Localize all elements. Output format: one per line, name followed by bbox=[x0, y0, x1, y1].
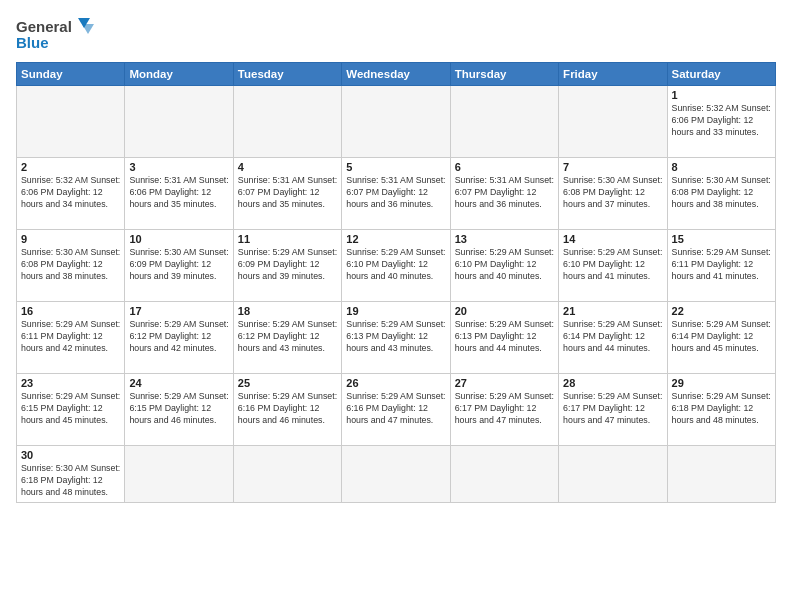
calendar-cell bbox=[125, 446, 233, 503]
day-info: Sunrise: 5:29 AM Sunset: 6:14 PM Dayligh… bbox=[563, 319, 662, 355]
day-number: 26 bbox=[346, 377, 445, 389]
calendar-cell: 29Sunrise: 5:29 AM Sunset: 6:18 PM Dayli… bbox=[667, 374, 775, 446]
day-number: 12 bbox=[346, 233, 445, 245]
logo: GeneralBlue bbox=[16, 16, 96, 52]
day-info: Sunrise: 5:29 AM Sunset: 6:16 PM Dayligh… bbox=[346, 391, 445, 427]
day-number: 20 bbox=[455, 305, 554, 317]
day-number: 28 bbox=[563, 377, 662, 389]
week-row-5: 23Sunrise: 5:29 AM Sunset: 6:15 PM Dayli… bbox=[17, 374, 776, 446]
day-number: 17 bbox=[129, 305, 228, 317]
calendar-cell: 9Sunrise: 5:30 AM Sunset: 6:08 PM Daylig… bbox=[17, 230, 125, 302]
weekday-header-wednesday: Wednesday bbox=[342, 63, 450, 86]
day-info: Sunrise: 5:29 AM Sunset: 6:10 PM Dayligh… bbox=[346, 247, 445, 283]
calendar-cell: 10Sunrise: 5:30 AM Sunset: 6:09 PM Dayli… bbox=[125, 230, 233, 302]
calendar-cell: 4Sunrise: 5:31 AM Sunset: 6:07 PM Daylig… bbox=[233, 158, 341, 230]
day-info: Sunrise: 5:29 AM Sunset: 6:14 PM Dayligh… bbox=[672, 319, 771, 355]
calendar-cell: 28Sunrise: 5:29 AM Sunset: 6:17 PM Dayli… bbox=[559, 374, 667, 446]
calendar-cell: 11Sunrise: 5:29 AM Sunset: 6:09 PM Dayli… bbox=[233, 230, 341, 302]
day-info: Sunrise: 5:29 AM Sunset: 6:13 PM Dayligh… bbox=[346, 319, 445, 355]
week-row-2: 2Sunrise: 5:32 AM Sunset: 6:06 PM Daylig… bbox=[17, 158, 776, 230]
day-number: 24 bbox=[129, 377, 228, 389]
svg-marker-3 bbox=[82, 24, 94, 34]
calendar-cell: 23Sunrise: 5:29 AM Sunset: 6:15 PM Dayli… bbox=[17, 374, 125, 446]
calendar-cell: 1Sunrise: 5:32 AM Sunset: 6:06 PM Daylig… bbox=[667, 86, 775, 158]
weekday-header-saturday: Saturday bbox=[667, 63, 775, 86]
week-row-1: 1Sunrise: 5:32 AM Sunset: 6:06 PM Daylig… bbox=[17, 86, 776, 158]
calendar-body: 1Sunrise: 5:32 AM Sunset: 6:06 PM Daylig… bbox=[17, 86, 776, 503]
weekday-header-friday: Friday bbox=[559, 63, 667, 86]
day-info: Sunrise: 5:31 AM Sunset: 6:07 PM Dayligh… bbox=[455, 175, 554, 211]
day-info: Sunrise: 5:29 AM Sunset: 6:12 PM Dayligh… bbox=[129, 319, 228, 355]
day-number: 9 bbox=[21, 233, 120, 245]
day-number: 27 bbox=[455, 377, 554, 389]
calendar-cell: 18Sunrise: 5:29 AM Sunset: 6:12 PM Dayli… bbox=[233, 302, 341, 374]
day-number: 8 bbox=[672, 161, 771, 173]
day-number: 1 bbox=[672, 89, 771, 101]
day-info: Sunrise: 5:32 AM Sunset: 6:06 PM Dayligh… bbox=[21, 175, 120, 211]
calendar-cell: 12Sunrise: 5:29 AM Sunset: 6:10 PM Dayli… bbox=[342, 230, 450, 302]
calendar-cell: 14Sunrise: 5:29 AM Sunset: 6:10 PM Dayli… bbox=[559, 230, 667, 302]
day-info: Sunrise: 5:29 AM Sunset: 6:11 PM Dayligh… bbox=[672, 247, 771, 283]
calendar-cell bbox=[559, 86, 667, 158]
calendar-cell: 20Sunrise: 5:29 AM Sunset: 6:13 PM Dayli… bbox=[450, 302, 558, 374]
calendar-table: SundayMondayTuesdayWednesdayThursdayFrid… bbox=[16, 62, 776, 503]
day-number: 13 bbox=[455, 233, 554, 245]
weekday-header-thursday: Thursday bbox=[450, 63, 558, 86]
weekday-header-tuesday: Tuesday bbox=[233, 63, 341, 86]
general-blue-icon: GeneralBlue bbox=[16, 16, 96, 52]
day-info: Sunrise: 5:29 AM Sunset: 6:10 PM Dayligh… bbox=[563, 247, 662, 283]
weekday-header-row: SundayMondayTuesdayWednesdayThursdayFrid… bbox=[17, 63, 776, 86]
day-info: Sunrise: 5:29 AM Sunset: 6:16 PM Dayligh… bbox=[238, 391, 337, 427]
weekday-header-sunday: Sunday bbox=[17, 63, 125, 86]
day-number: 7 bbox=[563, 161, 662, 173]
day-info: Sunrise: 5:31 AM Sunset: 6:07 PM Dayligh… bbox=[346, 175, 445, 211]
svg-text:General: General bbox=[16, 18, 72, 35]
day-number: 25 bbox=[238, 377, 337, 389]
calendar-cell bbox=[233, 446, 341, 503]
calendar-cell: 8Sunrise: 5:30 AM Sunset: 6:08 PM Daylig… bbox=[667, 158, 775, 230]
day-number: 29 bbox=[672, 377, 771, 389]
header: GeneralBlue bbox=[16, 16, 776, 52]
calendar-cell: 17Sunrise: 5:29 AM Sunset: 6:12 PM Dayli… bbox=[125, 302, 233, 374]
day-number: 11 bbox=[238, 233, 337, 245]
calendar-cell bbox=[450, 86, 558, 158]
calendar-cell: 3Sunrise: 5:31 AM Sunset: 6:06 PM Daylig… bbox=[125, 158, 233, 230]
calendar-cell: 19Sunrise: 5:29 AM Sunset: 6:13 PM Dayli… bbox=[342, 302, 450, 374]
day-info: Sunrise: 5:30 AM Sunset: 6:08 PM Dayligh… bbox=[672, 175, 771, 211]
day-info: Sunrise: 5:30 AM Sunset: 6:09 PM Dayligh… bbox=[129, 247, 228, 283]
calendar-cell bbox=[342, 86, 450, 158]
day-number: 5 bbox=[346, 161, 445, 173]
svg-text:Blue: Blue bbox=[16, 34, 49, 51]
week-row-6: 30Sunrise: 5:30 AM Sunset: 6:18 PM Dayli… bbox=[17, 446, 776, 503]
calendar-cell: 15Sunrise: 5:29 AM Sunset: 6:11 PM Dayli… bbox=[667, 230, 775, 302]
day-number: 4 bbox=[238, 161, 337, 173]
day-number: 22 bbox=[672, 305, 771, 317]
day-info: Sunrise: 5:29 AM Sunset: 6:15 PM Dayligh… bbox=[21, 391, 120, 427]
calendar-cell: 25Sunrise: 5:29 AM Sunset: 6:16 PM Dayli… bbox=[233, 374, 341, 446]
calendar-cell: 16Sunrise: 5:29 AM Sunset: 6:11 PM Dayli… bbox=[17, 302, 125, 374]
calendar-cell bbox=[125, 86, 233, 158]
calendar-cell: 27Sunrise: 5:29 AM Sunset: 6:17 PM Dayli… bbox=[450, 374, 558, 446]
day-info: Sunrise: 5:29 AM Sunset: 6:12 PM Dayligh… bbox=[238, 319, 337, 355]
calendar-cell: 6Sunrise: 5:31 AM Sunset: 6:07 PM Daylig… bbox=[450, 158, 558, 230]
day-number: 18 bbox=[238, 305, 337, 317]
calendar-cell bbox=[342, 446, 450, 503]
day-number: 23 bbox=[21, 377, 120, 389]
day-number: 21 bbox=[563, 305, 662, 317]
day-info: Sunrise: 5:29 AM Sunset: 6:17 PM Dayligh… bbox=[455, 391, 554, 427]
day-info: Sunrise: 5:29 AM Sunset: 6:11 PM Dayligh… bbox=[21, 319, 120, 355]
calendar-cell bbox=[233, 86, 341, 158]
day-info: Sunrise: 5:30 AM Sunset: 6:18 PM Dayligh… bbox=[21, 463, 120, 499]
day-info: Sunrise: 5:29 AM Sunset: 6:15 PM Dayligh… bbox=[129, 391, 228, 427]
calendar-cell: 21Sunrise: 5:29 AM Sunset: 6:14 PM Dayli… bbox=[559, 302, 667, 374]
day-info: Sunrise: 5:29 AM Sunset: 6:13 PM Dayligh… bbox=[455, 319, 554, 355]
calendar-cell: 13Sunrise: 5:29 AM Sunset: 6:10 PM Dayli… bbox=[450, 230, 558, 302]
day-number: 16 bbox=[21, 305, 120, 317]
day-info: Sunrise: 5:31 AM Sunset: 6:07 PM Dayligh… bbox=[238, 175, 337, 211]
day-number: 3 bbox=[129, 161, 228, 173]
week-row-3: 9Sunrise: 5:30 AM Sunset: 6:08 PM Daylig… bbox=[17, 230, 776, 302]
page: GeneralBlue SundayMondayTuesdayWednesday… bbox=[0, 0, 792, 612]
calendar-cell: 22Sunrise: 5:29 AM Sunset: 6:14 PM Dayli… bbox=[667, 302, 775, 374]
calendar-cell: 30Sunrise: 5:30 AM Sunset: 6:18 PM Dayli… bbox=[17, 446, 125, 503]
day-number: 30 bbox=[21, 449, 120, 461]
